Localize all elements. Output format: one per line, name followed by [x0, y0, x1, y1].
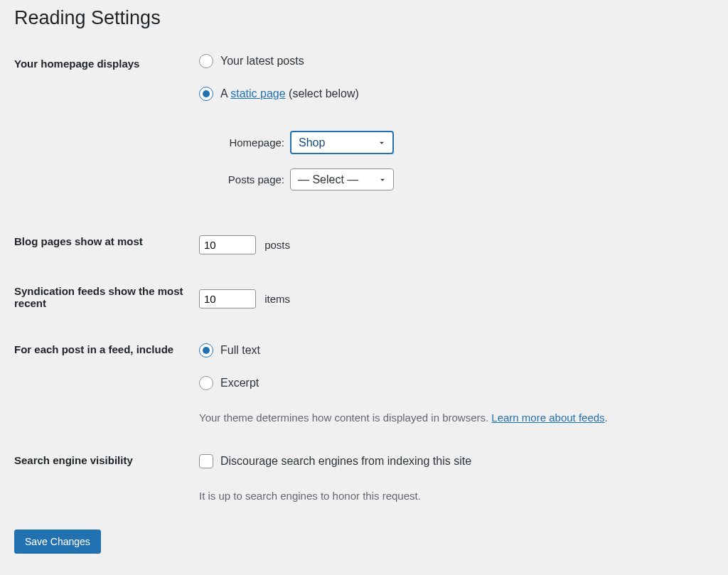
search-visibility-label: Search engine visibility: [14, 434, 192, 512]
learn-more-feeds-link[interactable]: Learn more about feeds: [491, 412, 604, 424]
feed-description: Your theme determines how content is dis…: [199, 412, 707, 424]
blog-pages-input[interactable]: [199, 235, 256, 254]
discourage-search-checkbox[interactable]: [199, 454, 213, 468]
syndication-label: Syndication feeds show the most recent: [14, 265, 192, 323]
option-latest-posts-text: Your latest posts: [220, 55, 304, 68]
option-static-page-text: A static page (select below): [220, 87, 359, 100]
settings-form: Your homepage displays Your latest posts: [14, 43, 714, 512]
homepage-select[interactable]: Shop: [290, 131, 394, 154]
option-latest-posts[interactable]: Your latest posts: [199, 54, 304, 68]
discourage-search-label[interactable]: Discourage search engines from indexing …: [199, 454, 471, 468]
postspage-select[interactable]: — Select —: [290, 168, 394, 190]
syndication-unit: items: [264, 293, 290, 305]
static-page-link[interactable]: static page: [230, 87, 285, 100]
option-full-text-label: Full text: [220, 344, 260, 357]
option-excerpt[interactable]: Excerpt: [199, 376, 259, 390]
homepage-displays-label: Your homepage displays: [14, 43, 192, 215]
page-title: Reading Settings: [14, 7, 714, 29]
discourage-search-text: Discourage search engines from indexing …: [220, 455, 471, 468]
save-changes-button[interactable]: Save Changes: [14, 530, 101, 554]
blog-pages-label: Blog pages show at most: [14, 215, 192, 265]
radio-latest-posts[interactable]: [199, 54, 213, 68]
option-excerpt-label: Excerpt: [220, 377, 259, 389]
search-visibility-description: It is up to search engines to honor this…: [199, 490, 707, 502]
static-prefix: A: [220, 87, 230, 100]
feed-content-label: For each post in a feed, include: [14, 323, 192, 434]
blog-pages-unit: posts: [264, 239, 290, 251]
static-suffix: (select below): [286, 87, 359, 100]
radio-static-page[interactable]: [199, 87, 213, 101]
feed-desc-suffix: .: [605, 412, 608, 424]
option-full-text[interactable]: Full text: [199, 343, 260, 358]
option-static-page[interactable]: A static page (select below): [199, 87, 359, 101]
feed-desc-prefix: Your theme determines how content is dis…: [199, 412, 491, 424]
postspage-select-label: Posts page:: [213, 173, 284, 186]
homepage-select-label: Homepage:: [213, 136, 284, 149]
radio-excerpt[interactable]: [199, 376, 213, 390]
syndication-input[interactable]: [199, 289, 256, 308]
radio-full-text[interactable]: [199, 343, 213, 358]
